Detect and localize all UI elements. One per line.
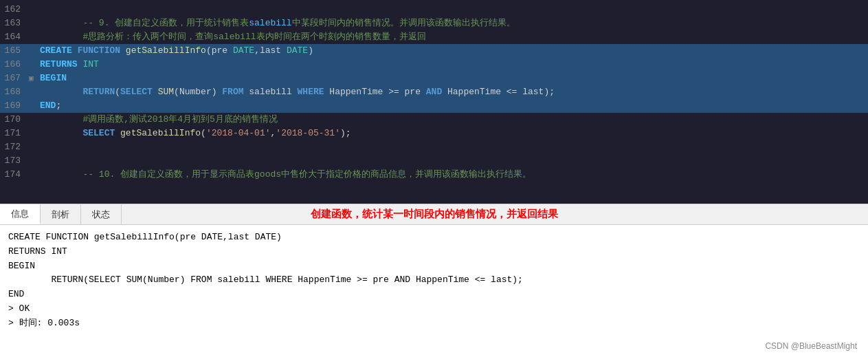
code-editor: 162 163 -- 9. 创建自定义函数，用于统计销售表salebill中某段… — [0, 0, 868, 204]
output-area: CREATE FUNCTION getSalebillInfo(pre DATE… — [0, 225, 868, 355]
code-line-166: 166 RETURNS INT — [0, 58, 868, 72]
bottom-panel: 信息 剖析 状态 创建函数，统计某一时间段内的销售情况，并返回结果 CREATE… — [0, 204, 868, 355]
tab-title: 创建函数，统计某一时间段内的销售情况，并返回结果 — [311, 208, 558, 221]
code-line-172: 172 — [0, 140, 868, 154]
code-line-164: 164 #思路分析：传入两个时间，查询salebill表内时间在两个时刻内的销售… — [0, 30, 868, 44]
code-lines: 162 163 -- 9. 创建自定义函数，用于统计销售表salebill中某段… — [0, 0, 868, 204]
tab-status[interactable]: 状态 — [81, 204, 122, 224]
tab-info[interactable]: 信息 — [0, 204, 41, 224]
tab-bar: 信息 剖析 状态 创建函数，统计某一时间段内的销售情况，并返回结果 — [0, 204, 868, 225]
code-line-173: 173 — [0, 154, 868, 168]
watermark: CSDN @BlueBeastMight — [765, 341, 857, 351]
code-line-165: 165 CREATE FUNCTION getSalebillInfo(pre … — [0, 44, 868, 58]
code-line-168: 168 RETURN(SELECT SUM(Number) FROM saleb… — [0, 85, 868, 99]
tab-profile[interactable]: 剖析 — [41, 204, 81, 224]
code-line-167: 167 ▣ BEGIN — [0, 72, 868, 85]
code-line-162: 162 — [0, 3, 868, 17]
code-line-174: 174 -- 10. 创建自定义函数，用于显示商品表goods中售价大于指定价格… — [0, 168, 868, 182]
code-line-163: 163 -- 9. 创建自定义函数，用于统计销售表salebill中某段时间内的… — [0, 17, 868, 30]
code-line-171: 171 SELECT getSalebillInfo('2018-04-01',… — [0, 127, 868, 140]
code-line-170: 170 #调用函数,测试2018年4月初到5月底的销售情况 — [0, 113, 868, 127]
code-line-169: 169 END; — [0, 99, 868, 113]
